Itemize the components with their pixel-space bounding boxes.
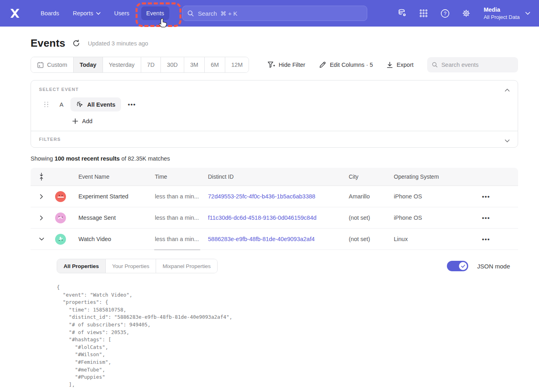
- export-download-icon: [387, 62, 393, 68]
- check-icon: [461, 264, 465, 268]
- column-header-city[interactable]: City: [349, 173, 394, 180]
- help-icon[interactable]: ?: [440, 8, 450, 18]
- os-cell: Linux: [394, 236, 454, 242]
- nav-item-events[interactable]: Events: [141, 6, 169, 20]
- city-cell: Amarillo: [349, 193, 394, 200]
- date-segment-6m[interactable]: 6M: [205, 57, 225, 72]
- json-mode-toggle[interactable]: [447, 261, 468, 271]
- svg-text:?: ?: [444, 10, 446, 16]
- os-cell: iPhone OS: [394, 215, 454, 221]
- column-header-event-name[interactable]: Event Name: [78, 173, 155, 180]
- distinct-id-link[interactable]: 5886283e-e9fb-48fb-81de-40e9093a2af4: [208, 236, 349, 242]
- drag-handle[interactable]: [44, 102, 49, 107]
- os-cell: iPhone OS: [394, 193, 454, 200]
- column-header-os[interactable]: Operating System: [394, 173, 454, 180]
- collapse-row-button[interactable]: [31, 237, 52, 241]
- event-selector-button[interactable]: All Events: [70, 97, 121, 111]
- date-segment-3m[interactable]: 3M: [184, 57, 205, 72]
- plus-icon: [72, 118, 78, 124]
- table-row[interactable]: Message Sent less than a min... f11c30d6…: [31, 207, 518, 229]
- expand-filters-button[interactable]: [505, 137, 510, 144]
- column-header-time[interactable]: Time: [155, 173, 208, 180]
- distinct-id-link[interactable]: 72d49553-25fc-4f0c-b436-1b5ac6ab3388: [208, 193, 349, 200]
- time-cell: less than a min...: [155, 193, 208, 200]
- chevron-right-icon: [40, 215, 43, 221]
- results-summary: Showing 100 most recent results of 82.35…: [31, 155, 518, 162]
- distinct-id-link[interactable]: f11c30d6-dc6d-4518-9136-0d046159c84d: [208, 215, 349, 221]
- detail-toolbar: All Properties Your Properties Mixpanel …: [57, 259, 510, 273]
- hide-filter-button[interactable]: Hide Filter: [267, 61, 305, 68]
- event-detail-panel: All Properties Your Properties Mixpanel …: [31, 250, 518, 388]
- mixpanel-logo-icon[interactable]: [8, 7, 22, 20]
- tab-mixpanel-properties[interactable]: Mixpanel Properties: [156, 259, 217, 273]
- refresh-icon[interactable]: [72, 39, 80, 47]
- chevron-down-icon: [39, 237, 44, 241]
- nav-item-boards[interactable]: Boards: [35, 6, 64, 20]
- date-segment-30d[interactable]: 30D: [161, 57, 184, 72]
- date-segment-custom[interactable]: Custom: [31, 57, 74, 72]
- results-count: 100 most recent results: [55, 155, 120, 162]
- export-button[interactable]: Export: [387, 62, 414, 68]
- primary-nav: Boards Reports Users Events: [35, 6, 169, 20]
- column-header-distinct-id[interactable]: Distinct ID: [208, 173, 349, 180]
- main-content: Events Updated 3 minutes ago Custom Toda…: [0, 27, 539, 388]
- nav-item-reports[interactable]: Reports: [68, 6, 106, 20]
- row-more-options-button[interactable]: •••: [454, 193, 518, 200]
- project-selector[interactable]: Media All Project Data: [483, 6, 530, 21]
- nav-item-users[interactable]: Users: [109, 6, 135, 20]
- global-search-input[interactable]: [198, 10, 362, 17]
- chevron-down-icon: [525, 12, 530, 15]
- table-toolbar: Hide Filter Edit Columns · 5 Export: [267, 57, 518, 72]
- search-icon: [187, 10, 194, 17]
- export-label: Export: [397, 62, 414, 68]
- event-more-options-button[interactable]: •••: [128, 101, 136, 108]
- data-management-icon[interactable]: [397, 8, 407, 18]
- add-event-label: Add: [82, 118, 93, 124]
- calendar-icon: [37, 62, 44, 68]
- last-updated-text: Updated 3 minutes ago: [88, 40, 148, 47]
- collapse-section-button[interactable]: [505, 86, 510, 93]
- date-segment-12m[interactable]: 12M: [225, 57, 249, 72]
- search-events-input[interactable]: [441, 62, 513, 68]
- page-header: Events Updated 3 minutes ago: [31, 37, 518, 50]
- chevron-up-icon: [505, 89, 510, 92]
- filters-section[interactable]: FILTERS: [31, 131, 518, 147]
- tab-all-properties[interactable]: All Properties: [57, 259, 106, 273]
- table-row[interactable]: Experiment Started less than a min... 72…: [31, 186, 518, 207]
- table-row-expanded[interactable]: Watch Video less than a min... 5886283e-…: [31, 229, 518, 250]
- add-event-button[interactable]: Add: [72, 118, 93, 124]
- query-builder-card: SELECT EVENT A All Events ••• Add: [31, 80, 518, 148]
- search-events-box[interactable]: [427, 57, 518, 72]
- nav-item-reports-label: Reports: [73, 10, 93, 17]
- global-search[interactable]: [182, 6, 367, 21]
- chevron-right-icon: [40, 194, 43, 199]
- expand-row-button[interactable]: [31, 194, 52, 199]
- toggle-knob: [459, 262, 467, 270]
- select-event-section: SELECT EVENT A All Events ••• Add: [31, 80, 518, 131]
- expand-row-button[interactable]: [31, 215, 52, 221]
- event-avatar: [55, 191, 66, 202]
- date-segment-today[interactable]: Today: [74, 57, 103, 72]
- settings-gear-icon[interactable]: [461, 8, 471, 18]
- event-selector-label: All Events: [87, 101, 115, 108]
- json-mode-group: JSON mode: [447, 261, 510, 271]
- edit-columns-button[interactable]: Edit Columns · 5: [319, 61, 373, 68]
- tab-your-properties[interactable]: Your Properties: [106, 259, 156, 273]
- date-segment-7d[interactable]: 7D: [141, 57, 161, 72]
- project-subtitle: All Project Data: [483, 14, 520, 21]
- apps-grid-icon[interactable]: [419, 8, 428, 18]
- row-more-options-button[interactable]: •••: [454, 215, 518, 221]
- project-text: Media All Project Data: [483, 6, 520, 21]
- time-cell: less than a min...: [155, 215, 208, 221]
- collapse-all-icon[interactable]: [31, 173, 52, 181]
- event-avatar: [55, 234, 66, 245]
- edit-pencil-icon: [319, 61, 326, 68]
- horizontal-scrollbar[interactable]: [154, 249, 200, 250]
- row-more-options-button[interactable]: •••: [454, 236, 518, 243]
- chevron-down-icon: [505, 139, 510, 142]
- event-name-cell: Watch Video: [78, 236, 155, 242]
- top-navigation: Boards Reports Users Events: [0, 0, 539, 27]
- nav-item-events-wrap: Events: [141, 6, 169, 20]
- date-segment-yesterday[interactable]: Yesterday: [103, 57, 141, 72]
- page-title: Events: [31, 37, 65, 50]
